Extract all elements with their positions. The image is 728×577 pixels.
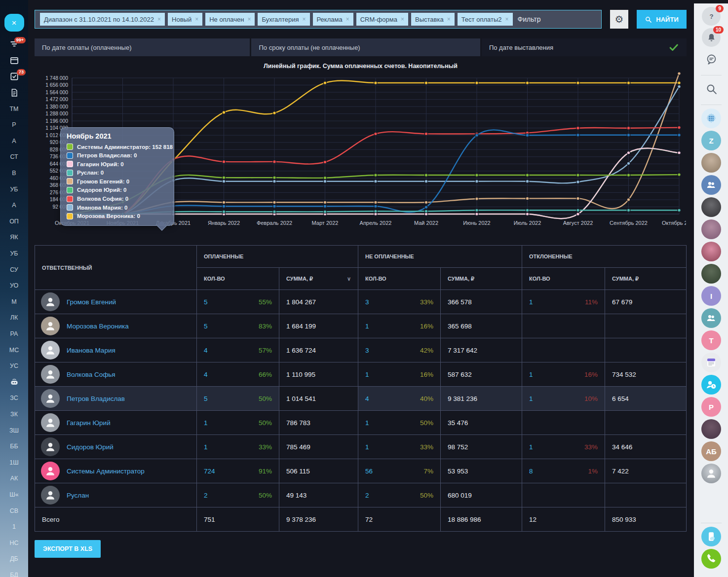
telephony-button[interactable] bbox=[701, 549, 721, 569]
sites[interactable] bbox=[0, 53, 28, 69]
sidebar-item-ДБ[interactable]: ДБ bbox=[0, 551, 28, 567]
sidebar-item-УБ[interactable]: УБ bbox=[0, 181, 28, 197]
chat-avatar-photo[interactable] bbox=[701, 464, 721, 483]
remove-chip-icon[interactable]: × bbox=[195, 16, 198, 23]
remove-chip-icon[interactable]: × bbox=[447, 16, 451, 23]
sidebar-item-А[interactable]: А bbox=[0, 197, 28, 214]
table-row[interactable]: Петров Владислав550%1 014 541440%9 381 2… bbox=[35, 387, 687, 411]
table-row[interactable]: Системы Администратор72491%506 115567%53… bbox=[35, 459, 687, 483]
table-row[interactable]: Сидоров Юрий133%785 469133%98 752133%34 … bbox=[35, 435, 687, 459]
tasks[interactable]: 73 bbox=[0, 69, 28, 85]
table-row[interactable]: Морозова Вероника583%1 684 199116%365 69… bbox=[35, 314, 687, 338]
responsible-name-link[interactable]: Иванова Мария bbox=[67, 347, 115, 354]
sidebar-item-СВ[interactable]: СВ bbox=[0, 503, 28, 519]
table-row[interactable]: Громов Евгений555%1 804 267333%366 57811… bbox=[35, 290, 687, 314]
responsible-name-link[interactable]: Громов Евгений bbox=[67, 298, 116, 306]
group-chat[interactable] bbox=[701, 308, 721, 328]
filter-chip[interactable]: Новый× bbox=[168, 13, 202, 26]
filter-input[interactable]: Диапазон с 31.10.2021 по 14.10.2022×Новы… bbox=[35, 10, 602, 29]
table-row[interactable]: Руслан250%49 143250%680 019 bbox=[35, 483, 687, 507]
filter-chip[interactable]: Тест оплаты2× bbox=[458, 13, 513, 26]
mobile-app-button[interactable] bbox=[701, 527, 721, 546]
remove-chip-icon[interactable]: × bbox=[157, 16, 161, 23]
responsible-name-link[interactable]: Системы Администратор bbox=[67, 468, 145, 475]
remove-chip-icon[interactable]: × bbox=[247, 16, 251, 23]
sidebar-item-В[interactable]: В bbox=[0, 165, 28, 181]
sidebar-item-Ш«[interactable]: Ш« bbox=[0, 487, 28, 503]
filter-chip[interactable]: Не оплачен× bbox=[205, 13, 255, 26]
sidebar-item-1Ш[interactable]: 1Ш bbox=[0, 454, 28, 470]
responsible-name-link[interactable]: Сидоров Юрий bbox=[67, 443, 114, 451]
chat-avatar-i[interactable]: I bbox=[701, 286, 721, 306]
table-row[interactable]: Иванова Мария457%1 636 724342%7 317 642 bbox=[35, 338, 687, 362]
responsible-name-link[interactable]: Гагарин Юрий bbox=[67, 419, 111, 427]
robot-app[interactable] bbox=[0, 374, 28, 390]
remove-chip-icon[interactable]: × bbox=[303, 16, 306, 23]
table-row[interactable]: Гагарин Юрий150%786 783150%35 476 bbox=[35, 411, 687, 435]
marketplace-app[interactable] bbox=[701, 108, 721, 128]
chat-avatar[interactable] bbox=[701, 419, 721, 439]
documents[interactable] bbox=[0, 85, 28, 101]
sidebar-item-НС[interactable]: НС bbox=[0, 535, 28, 551]
sidebar-item-УС[interactable]: УС bbox=[0, 358, 28, 374]
filter-chip[interactable]: Выставка× bbox=[411, 13, 455, 26]
sidebar-item-ЗК[interactable]: ЗК bbox=[0, 406, 28, 423]
chat-avatar-p[interactable]: P bbox=[701, 397, 721, 417]
sidebar-item-ОП[interactable]: ОП bbox=[0, 214, 28, 230]
export-xls-button[interactable]: ЭКСПОРТ В XLS bbox=[35, 540, 101, 558]
remove-chip-icon[interactable]: × bbox=[346, 16, 349, 23]
filter-settings-button[interactable]: ⚙ bbox=[610, 10, 628, 29]
collapse-menu-button[interactable]: × bbox=[4, 14, 24, 32]
sidebar-item-УБ[interactable]: УБ bbox=[0, 246, 28, 262]
column-header-sum[interactable]: СУММА, ₽ bbox=[605, 268, 687, 290]
sidebar-item-ББ[interactable]: ББ bbox=[0, 438, 28, 455]
column-header-count[interactable]: КОЛ-ВО bbox=[358, 268, 441, 290]
sidebar-item-ЯК[interactable]: ЯК bbox=[0, 229, 28, 246]
chat-avatar[interactable] bbox=[701, 197, 721, 217]
chat-avatar[interactable] bbox=[701, 219, 721, 239]
tab-2[interactable]: По сроку оплаты (не оплаченные) bbox=[251, 38, 480, 56]
chat-avatar[interactable] bbox=[701, 264, 721, 284]
chat-avatar-t[interactable]: T bbox=[701, 330, 721, 350]
column-header-count[interactable]: КОЛ-ВО bbox=[197, 268, 279, 290]
document-chat[interactable] bbox=[701, 353, 721, 372]
filter-chip[interactable]: Реклама× bbox=[313, 13, 353, 26]
sidebar-item-БД[interactable]: БД bbox=[0, 567, 28, 577]
group-chat[interactable] bbox=[701, 175, 721, 195]
sidebar-item-ЛК[interactable]: ЛК bbox=[0, 310, 28, 326]
chat-avatar[interactable] bbox=[701, 153, 721, 173]
tab-3[interactable]: По дате выставления bbox=[482, 38, 687, 56]
tab-1[interactable]: По дате оплаты (оплаченные) bbox=[35, 38, 250, 56]
chat-avatar[interactable] bbox=[701, 242, 721, 261]
sidebar-item-РА[interactable]: РА bbox=[0, 326, 28, 342]
search-button[interactable]: НАЙТИ bbox=[637, 10, 687, 29]
sidebar-item-ЗШ[interactable]: ЗШ bbox=[0, 422, 28, 438]
column-header-responsible[interactable]: ОТВЕТСТВЕННЫЙ bbox=[35, 246, 197, 290]
search-button[interactable] bbox=[701, 79, 721, 99]
sidebar-item-МС[interactable]: МС bbox=[0, 342, 28, 358]
live-feed[interactable]: 99+ bbox=[0, 36, 28, 53]
sidebar-item-1[interactable]: 1 bbox=[0, 519, 28, 535]
chat-avatar-ab[interactable]: АБ bbox=[701, 441, 721, 461]
table-row[interactable]: Волкова Софья466%1 110 995116%587 632116… bbox=[35, 362, 687, 387]
remove-chip-icon[interactable]: × bbox=[505, 16, 509, 23]
responsible-name-link[interactable]: Петров Владислав bbox=[67, 395, 125, 402]
messenger-button[interactable] bbox=[701, 49, 721, 69]
sidebar-item-ЗС[interactable]: ЗС bbox=[0, 390, 28, 406]
column-header-sum[interactable]: СУММА, ₽ bbox=[441, 268, 522, 290]
sidebar-item-М[interactable]: М bbox=[0, 294, 28, 310]
sidebar-item-СУ[interactable]: СУ bbox=[0, 261, 28, 278]
column-header-sum[interactable]: СУММА, ₽∨ bbox=[279, 268, 358, 290]
chat-avatar-z[interactable]: Z bbox=[701, 131, 721, 150]
filter-chip[interactable]: CRM-форма× bbox=[356, 13, 408, 26]
responsible-name-link[interactable]: Руслан bbox=[67, 492, 89, 499]
column-header-count[interactable]: КОЛ-ВО bbox=[522, 268, 605, 290]
sidebar-item-СТ[interactable]: СТ bbox=[0, 149, 28, 165]
help-button[interactable]: ?9 bbox=[702, 7, 721, 26]
sidebar-item-Р[interactable]: Р bbox=[0, 117, 28, 133]
responsible-name-link[interactable]: Волкова Софья bbox=[67, 371, 115, 378]
sidebar-item-ТМ[interactable]: ТМ bbox=[0, 101, 28, 117]
notifications-button[interactable]: 10 bbox=[702, 28, 721, 47]
responsible-name-link[interactable]: Морозова Вероника bbox=[67, 323, 129, 330]
time-management[interactable] bbox=[701, 375, 721, 395]
